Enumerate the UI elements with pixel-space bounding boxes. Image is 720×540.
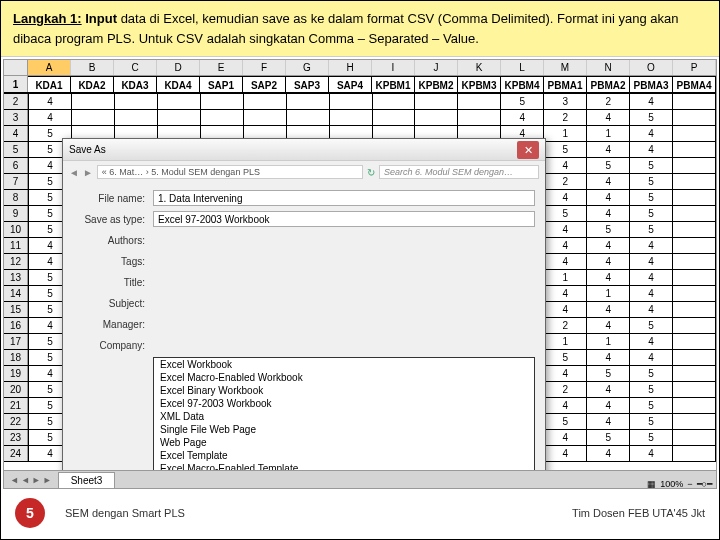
data-cell[interactable]: 5 (630, 206, 673, 221)
data-cell[interactable]: 4 (587, 446, 630, 461)
close-icon[interactable]: ✕ (517, 141, 539, 159)
data-cell[interactable] (244, 110, 287, 125)
data-cell[interactable]: 1 (544, 126, 587, 141)
data-cell[interactable] (673, 318, 716, 333)
tab-nav[interactable]: ◄◄►► (4, 475, 58, 485)
header-cell[interactable]: SAP1 (200, 76, 243, 92)
row-number[interactable]: 23 (4, 430, 28, 445)
data-cell[interactable] (201, 110, 244, 125)
data-cell[interactable]: 1 (587, 286, 630, 301)
data-cell[interactable]: 4 (587, 382, 630, 397)
data-cell[interactable]: 4 (587, 254, 630, 269)
data-cell[interactable]: 4 (587, 302, 630, 317)
data-cell[interactable]: 5 (587, 222, 630, 237)
header-cell[interactable]: SAP3 (286, 76, 329, 92)
column-letter[interactable]: A (28, 60, 71, 75)
back-icon[interactable]: ◄ (69, 167, 79, 178)
data-cell[interactable]: 5 (587, 158, 630, 173)
dropdown-option[interactable]: Single File Web Page (154, 423, 534, 436)
header-cell[interactable]: KPBM3 (458, 76, 501, 92)
data-cell[interactable] (673, 94, 716, 109)
column-letter[interactable]: O (630, 60, 673, 75)
data-cell[interactable]: 4 (544, 254, 587, 269)
saveas-type-field[interactable]: Excel 97-2003 Workbook (153, 211, 535, 227)
dropdown-option[interactable]: Text (Tab delimited) (154, 488, 534, 489)
data-cell[interactable]: 4 (630, 302, 673, 317)
data-cell[interactable]: 4 (544, 222, 587, 237)
row-number[interactable]: 15 (4, 302, 28, 317)
data-cell[interactable]: 4 (587, 238, 630, 253)
data-cell[interactable]: 4 (630, 126, 673, 141)
row-number[interactable]: 18 (4, 350, 28, 365)
column-letter[interactable]: E (200, 60, 243, 75)
row-number[interactable]: 22 (4, 414, 28, 429)
data-cell[interactable]: 5 (630, 414, 673, 429)
data-cell[interactable] (72, 94, 115, 109)
data-cell[interactable] (673, 126, 716, 141)
header-cell[interactable]: SAP2 (243, 76, 286, 92)
data-cell[interactable] (673, 174, 716, 189)
row-number[interactable]: 6 (4, 158, 28, 173)
data-cell[interactable]: 4 (630, 254, 673, 269)
data-cell[interactable] (287, 94, 330, 109)
data-cell[interactable] (373, 110, 416, 125)
data-cell[interactable] (458, 94, 501, 109)
column-letter[interactable]: M (544, 60, 587, 75)
row-number[interactable]: 20 (4, 382, 28, 397)
column-letter[interactable]: K (458, 60, 501, 75)
view-icon[interactable]: ▦ (647, 479, 656, 489)
header-cell[interactable]: PBMA1 (544, 76, 587, 92)
data-cell[interactable]: 4 (587, 206, 630, 221)
column-letter[interactable]: J (415, 60, 458, 75)
data-cell[interactable]: 5 (544, 142, 587, 157)
header-cell[interactable]: KDA3 (114, 76, 157, 92)
data-cell[interactable]: 4 (630, 286, 673, 301)
data-cell[interactable]: 5 (630, 430, 673, 445)
data-cell[interactable]: 5 (544, 350, 587, 365)
refresh-icon[interactable]: ↻ (367, 167, 375, 178)
filename-field[interactable]: 1. Data Intervening (153, 190, 535, 206)
data-cell[interactable]: 2 (544, 110, 587, 125)
column-letter[interactable]: D (157, 60, 200, 75)
data-cell[interactable] (373, 94, 416, 109)
data-cell[interactable]: 4 (587, 270, 630, 285)
data-cell[interactable]: 4 (28, 110, 72, 125)
column-letter[interactable]: L (501, 60, 544, 75)
data-cell[interactable]: 4 (544, 398, 587, 413)
data-cell[interactable] (673, 350, 716, 365)
data-cell[interactable]: 5 (630, 318, 673, 333)
data-cell[interactable]: 2 (544, 382, 587, 397)
data-cell[interactable]: 4 (501, 110, 544, 125)
data-cell[interactable] (158, 94, 201, 109)
dropdown-option[interactable]: Excel Workbook (154, 358, 534, 371)
row-number[interactable]: 17 (4, 334, 28, 349)
data-cell[interactable] (330, 110, 373, 125)
data-cell[interactable]: 4 (544, 446, 587, 461)
header-cell[interactable]: SAP4 (329, 76, 372, 92)
header-cell[interactable]: KDA4 (157, 76, 200, 92)
data-cell[interactable]: 4 (544, 286, 587, 301)
dialog-titlebar[interactable]: Save As ✕ (63, 139, 545, 161)
data-cell[interactable]: 1 (544, 270, 587, 285)
column-letter[interactable]: I (372, 60, 415, 75)
data-cell[interactable] (673, 334, 716, 349)
header-cell[interactable]: KPBM1 (372, 76, 415, 92)
row-number[interactable]: 13 (4, 270, 28, 285)
row-number[interactable]: 8 (4, 190, 28, 205)
data-cell[interactable]: 1 (587, 334, 630, 349)
data-cell[interactable] (673, 366, 716, 381)
data-cell[interactable] (415, 94, 458, 109)
column-letter[interactable]: P (673, 60, 716, 75)
data-cell[interactable] (673, 286, 716, 301)
data-cell[interactable] (673, 238, 716, 253)
data-cell[interactable]: 5 (544, 414, 587, 429)
row-number[interactable]: 4 (4, 126, 28, 141)
sheet-tab[interactable]: Sheet3 (58, 472, 116, 488)
data-cell[interactable]: 3 (544, 94, 587, 109)
row-number[interactable]: 24 (4, 446, 28, 461)
data-cell[interactable] (673, 270, 716, 285)
column-letter[interactable]: G (286, 60, 329, 75)
data-cell[interactable]: 4 (630, 350, 673, 365)
data-cell[interactable]: 4 (630, 270, 673, 285)
column-letter[interactable]: H (329, 60, 372, 75)
